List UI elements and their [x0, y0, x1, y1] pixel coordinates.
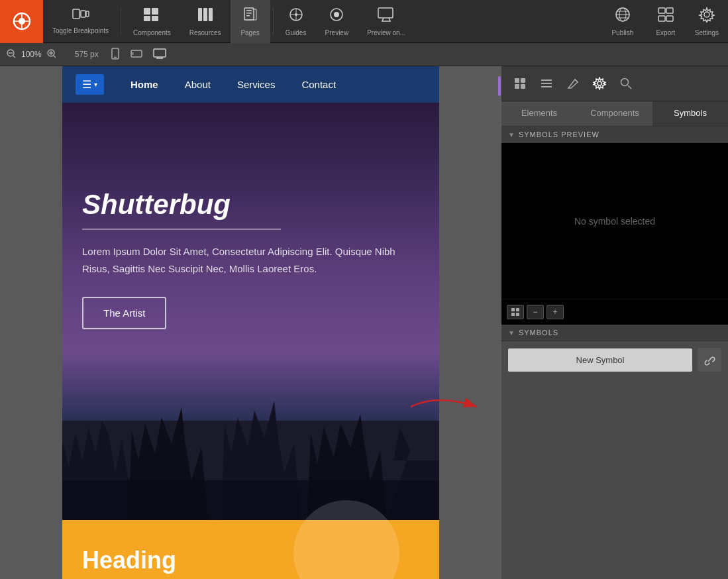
website-preview: ☰ ▾ Home About Services Contact [62, 66, 439, 579]
symbols-header-label: SYMBOLS [519, 329, 558, 337]
site-nav: ☰ ▾ Home About Services Contact [62, 66, 439, 103]
collapse-arrow-icon[interactable]: ▼ [508, 131, 515, 138]
svg-rect-36 [666, 16, 673, 21]
desktop-icon[interactable] [153, 48, 166, 61]
page-scroll: ☰ ▾ Home About Services Contact [59, 66, 443, 579]
zoom-out-preview-button[interactable]: − [527, 305, 544, 319]
svg-line-66 [628, 85, 631, 89]
new-symbol-button[interactable]: New Symbol [508, 348, 692, 372]
symbols-list: New Symbol [501, 341, 728, 378]
hamburger-icon: ☰ [82, 78, 91, 91]
svg-rect-8 [152, 8, 158, 15]
yellow-section: Heading [62, 520, 439, 579]
settings-label: Settings [695, 29, 719, 36]
guides-label: Guides [286, 29, 307, 36]
minus-icon: − [533, 308, 537, 316]
svg-rect-6 [86, 11, 89, 17]
panel-tab-style[interactable] [561, 72, 585, 95]
hero-divider [82, 229, 281, 230]
svg-rect-12 [203, 8, 207, 21]
svg-rect-67 [511, 308, 515, 311]
nav-link-services[interactable]: Services [224, 79, 289, 90]
svg-rect-7 [144, 8, 150, 15]
nav-link-contact[interactable]: Contact [288, 79, 349, 90]
svg-rect-33 [658, 8, 665, 13]
svg-rect-16 [246, 13, 252, 14]
publish-button[interactable]: Publish [599, 0, 646, 43]
svg-point-65 [621, 79, 629, 86]
zoom-out-button[interactable] [7, 49, 16, 60]
svg-rect-58 [515, 84, 519, 89]
link-symbol-button[interactable] [698, 348, 721, 372]
zoom-bar: 100% 575 px [0, 43, 728, 66]
scroll-handle [497, 66, 501, 579]
canvas-area[interactable]: ☰ ▾ Home About Services Contact [0, 66, 501, 579]
toggle-breakpoints-button[interactable]: Toggle Breakpoints [43, 0, 118, 43]
device-bar: 575 px [75, 48, 166, 62]
hero-cta-button[interactable]: The Artist [82, 297, 166, 329]
toolbar-separator-1 [121, 8, 121, 34]
svg-line-63 [575, 79, 578, 82]
panel-tab-elements[interactable] [508, 72, 532, 95]
components-button[interactable]: Components [124, 0, 180, 43]
svg-rect-4 [73, 9, 79, 19]
no-symbol-text: No symbol selected [574, 216, 655, 227]
pages-icon [242, 7, 259, 26]
symbols-section: ▼ SYMBOLS New Symbol [501, 325, 728, 378]
preview-on-button[interactable]: Preview on... [358, 0, 415, 43]
toolbar-separator-2 [273, 8, 274, 34]
tree-silhouette [62, 321, 439, 520]
svg-rect-10 [152, 16, 158, 21]
panel-tab-settings[interactable] [588, 72, 611, 95]
svg-rect-35 [658, 16, 665, 21]
symbols-preview-section: ▼ SYMBOLS PREVIEW No symbol selected − [501, 127, 728, 325]
guides-button[interactable]: Guides [276, 0, 316, 43]
scroll-thumb[interactable] [498, 76, 501, 96]
tab-symbols[interactable]: Symbols [652, 101, 728, 126]
svg-rect-34 [666, 8, 673, 13]
hero-title: Shutterbug [82, 189, 419, 221]
svg-rect-14 [244, 8, 254, 20]
toolbar-left-group: Toggle Breakpoints Components [43, 0, 415, 43]
pages-button[interactable]: Pages [231, 0, 270, 43]
hero-section: Shutterbug Lorem Ipsum Dolor Sit Amet, C… [62, 103, 439, 520]
panel-tab-search[interactable] [614, 72, 638, 95]
svg-rect-5 [81, 11, 85, 17]
nav-link-home[interactable]: Home [117, 79, 172, 90]
main-area: ☰ ▾ Home About Services Contact [0, 66, 728, 579]
symbols-header: ▼ SYMBOLS [501, 325, 728, 341]
svg-point-64 [598, 81, 601, 85]
nav-menu-arrow: ▾ [94, 81, 97, 88]
phone-landscape-icon[interactable] [130, 49, 142, 60]
svg-rect-59 [521, 84, 525, 89]
zoom-in-preview-button[interactable]: + [546, 305, 564, 319]
phone-portrait-icon[interactable] [111, 48, 120, 62]
panel-tab-layers[interactable] [535, 72, 558, 95]
panel-icon-tabs [501, 66, 728, 101]
nav-links: Home About Services Contact [117, 79, 349, 90]
resources-button[interactable]: Resources [180, 0, 231, 43]
symbols-collapse-arrow-icon[interactable]: ▼ [508, 329, 515, 337]
export-button[interactable]: Export [646, 0, 686, 43]
logo-button[interactable] [0, 0, 43, 43]
tab-elements[interactable]: Elements [501, 101, 577, 126]
svg-rect-17 [246, 15, 250, 17]
settings-button[interactable]: Settings [686, 0, 728, 43]
nav-link-about[interactable]: About [172, 79, 224, 90]
tab-components[interactable]: Components [577, 101, 652, 126]
svg-rect-56 [515, 78, 519, 83]
grid-view-button[interactable] [507, 305, 524, 319]
svg-rect-57 [521, 78, 525, 83]
guides-icon [287, 7, 305, 26]
symbols-preview-canvas: No symbol selected [501, 143, 728, 299]
preview-on-label: Preview on... [367, 29, 405, 36]
zoom-in-button[interactable] [47, 49, 56, 60]
nav-menu-button[interactable]: ☰ ▾ [76, 74, 104, 95]
svg-rect-15 [246, 10, 252, 11]
svg-rect-69 [511, 313, 515, 316]
export-icon [657, 7, 674, 26]
export-label: Export [656, 29, 675, 36]
plus-icon: + [552, 308, 557, 316]
preview-button[interactable]: Preview [316, 0, 358, 43]
hero-content: Shutterbug Lorem Ipsum Dolor Sit Amet, C… [82, 189, 419, 329]
